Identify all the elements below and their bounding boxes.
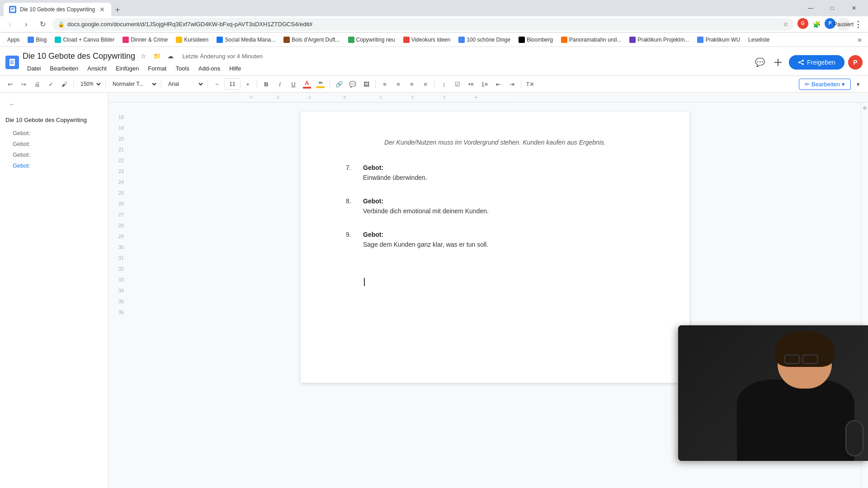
align-right-button[interactable]: ≡ bbox=[406, 78, 418, 90]
bookmark-copywriting[interactable]: Copywriting neu bbox=[344, 35, 399, 45]
extensions-button[interactable]: 🧩 bbox=[810, 18, 823, 31]
url-bar[interactable]: 🔒 docs.google.com/document/d/1JSojgHRq3E… bbox=[52, 18, 794, 31]
bookmark-videokurs[interactable]: Videokurs Ideen bbox=[400, 35, 454, 45]
sidebar-item-gebot3[interactable]: Gebot: bbox=[4, 150, 104, 160]
align-center-button[interactable]: ≡ bbox=[392, 78, 405, 90]
menu-hilfe[interactable]: Hilfe bbox=[225, 63, 245, 74]
doc-page[interactable]: Der Kunde/Nutzen muss im Vordergrund ste… bbox=[301, 112, 689, 383]
kursideen-label: Kursideen bbox=[184, 37, 208, 43]
line-spacing-button[interactable]: ↕ bbox=[438, 78, 450, 90]
bold-button[interactable]: B bbox=[260, 78, 273, 90]
praktikum2-label: Praktikum WU bbox=[705, 37, 740, 43]
align-left-button[interactable]: ≡ bbox=[378, 78, 391, 90]
sidebar-item-gebot2[interactable]: Gebot: bbox=[4, 139, 104, 149]
reading-list-button[interactable]: Leseliste bbox=[745, 35, 773, 45]
bookmark-dinner[interactable]: Dinner & Crime bbox=[119, 35, 171, 45]
gebot-9-number: 9. bbox=[346, 231, 359, 238]
menu-einfuegen[interactable]: Einfügen bbox=[111, 63, 143, 74]
bookmarks-more-button[interactable]: » bbox=[855, 34, 864, 46]
clear-formatting-button[interactable]: T✕ bbox=[524, 78, 537, 90]
style-select[interactable]: Normaler T... bbox=[108, 78, 158, 90]
font-size-decrease-button[interactable]: − bbox=[211, 78, 223, 90]
bookmark-kursideen[interactable]: Kursideen bbox=[172, 35, 212, 45]
comments-button[interactable]: 💬 bbox=[753, 55, 767, 70]
add-button[interactable] bbox=[771, 55, 785, 70]
pause-label[interactable]: Pausiert bbox=[837, 18, 850, 31]
font-select[interactable]: Arial bbox=[164, 78, 205, 90]
active-tab[interactable]: Die 10 Gebote des Copywriting ✕ bbox=[4, 3, 111, 16]
doc-sidebar: ← Die 10 Gebote des Copywriting Gebot: G… bbox=[0, 93, 108, 488]
sidebar-item-gebot4[interactable]: Gebot: bbox=[4, 160, 104, 171]
window-controls: — □ ✕ bbox=[800, 0, 864, 16]
numbered-list-button[interactable]: 1≡ bbox=[478, 78, 491, 90]
menu-format[interactable]: Format bbox=[143, 63, 171, 74]
bookmark-panorama[interactable]: Panoramabahn und... bbox=[557, 35, 625, 45]
toolbar-divider-3 bbox=[161, 80, 161, 89]
insert-image-button[interactable]: 🖼 bbox=[360, 78, 373, 90]
bookmark-social[interactable]: Social Media Mana... bbox=[213, 35, 279, 45]
bookmark-praktikum2[interactable]: Praktikum WU bbox=[693, 35, 744, 45]
canva-label: Cload + Canva Bilder bbox=[63, 37, 114, 43]
forward-button[interactable]: › bbox=[20, 18, 33, 31]
bookmark-apps[interactable]: Apps bbox=[4, 35, 23, 45]
menu-ansicht[interactable]: Ansicht bbox=[83, 63, 111, 74]
new-tab-button[interactable]: + bbox=[111, 4, 124, 16]
cursor-area[interactable] bbox=[346, 264, 644, 287]
zoom-select[interactable]: 150% bbox=[76, 78, 103, 90]
back-button[interactable]: ‹ bbox=[4, 18, 16, 31]
italic-button[interactable]: I bbox=[274, 78, 286, 90]
highlight-color-button[interactable]: ✏ bbox=[314, 78, 327, 90]
justify-button[interactable]: ≡ bbox=[419, 78, 432, 90]
toolbar-expand-button[interactable]: ▾ bbox=[852, 78, 864, 90]
undo-button[interactable]: ↩ bbox=[4, 78, 16, 90]
menu-tools[interactable]: Tools bbox=[171, 63, 193, 74]
bookmark-100dinge[interactable]: 100 schöne Dinge bbox=[455, 35, 514, 45]
bookmark-canva[interactable]: Cload + Canva Bilder bbox=[51, 35, 118, 45]
maximize-button[interactable]: □ bbox=[822, 0, 843, 16]
user-avatar[interactable]: P bbox=[848, 55, 863, 70]
bookmark-star-icon[interactable]: ☆ bbox=[783, 21, 788, 28]
close-button[interactable]: ✕ bbox=[844, 0, 864, 16]
decrease-indent-button[interactable]: ⇤ bbox=[492, 78, 505, 90]
toolbar-divider-5 bbox=[257, 80, 257, 89]
cloud-save-button[interactable]: ☁ bbox=[165, 51, 176, 61]
extension-icon[interactable]: G bbox=[797, 18, 808, 29]
star-button[interactable]: ☆ bbox=[138, 51, 149, 61]
minimize-button[interactable]: — bbox=[800, 0, 821, 16]
spellcheck-button[interactable]: ✓ bbox=[44, 78, 57, 90]
font-size-input[interactable] bbox=[224, 78, 241, 90]
sidebar-back-button[interactable]: ← bbox=[4, 98, 104, 110]
100dinge-icon bbox=[458, 37, 465, 43]
redo-button[interactable]: ↪ bbox=[17, 78, 30, 90]
bearbeiten-button[interactable]: ✏ Bearbeiten ▾ bbox=[799, 79, 851, 90]
insert-comment-button[interactable]: 💬 bbox=[346, 78, 359, 90]
sidebar-item-gebot1[interactable]: Gebot: bbox=[4, 128, 104, 138]
menu-bearbeiten[interactable]: Bearbeiten bbox=[45, 63, 83, 74]
font-size-increase-button[interactable]: + bbox=[241, 78, 254, 90]
more-button[interactable]: ⋮ bbox=[852, 18, 864, 31]
font-color-button[interactable]: A bbox=[301, 78, 313, 90]
freigeben-button[interactable]: Freigeben bbox=[789, 55, 844, 70]
checklist-button[interactable]: ☑ bbox=[451, 78, 464, 90]
underline-button[interactable]: U bbox=[287, 78, 300, 90]
move-button[interactable]: 📁 bbox=[151, 51, 162, 61]
dinner-label: Dinner & Crime bbox=[131, 37, 168, 43]
bookmark-bloomberg[interactable]: Bloomberg bbox=[515, 35, 557, 45]
insert-link-button[interactable]: 🔗 bbox=[333, 78, 345, 90]
bookmark-bois[interactable]: Bois d'Argent Duft... bbox=[280, 35, 343, 45]
print-button[interactable]: 🖨 bbox=[31, 78, 43, 90]
page-top-text: Der Kunde/Nutzen muss im Vordergrund ste… bbox=[346, 139, 644, 146]
doc-title[interactable]: Die 10 Gebote des Copywriting bbox=[23, 52, 135, 61]
bookmark-praktikum1[interactable]: Praktikum Projektm... bbox=[626, 35, 693, 45]
reload-button[interactable]: ↻ bbox=[36, 18, 49, 31]
praktikum1-icon bbox=[629, 37, 636, 43]
menu-addons[interactable]: Add-ons bbox=[194, 63, 225, 74]
menu-datei[interactable]: Datei bbox=[23, 63, 45, 74]
toolbar-divider-9 bbox=[521, 80, 521, 89]
tab-close-button[interactable]: ✕ bbox=[99, 6, 106, 13]
increase-indent-button[interactable]: ⇥ bbox=[505, 78, 518, 90]
bookmark-blog[interactable]: Blog bbox=[24, 35, 50, 45]
bullet-list-button[interactable]: •≡ bbox=[465, 78, 477, 90]
paint-format-button[interactable]: 🖌 bbox=[58, 78, 71, 90]
gebot-9-header: 9. Gebot: bbox=[346, 231, 644, 238]
